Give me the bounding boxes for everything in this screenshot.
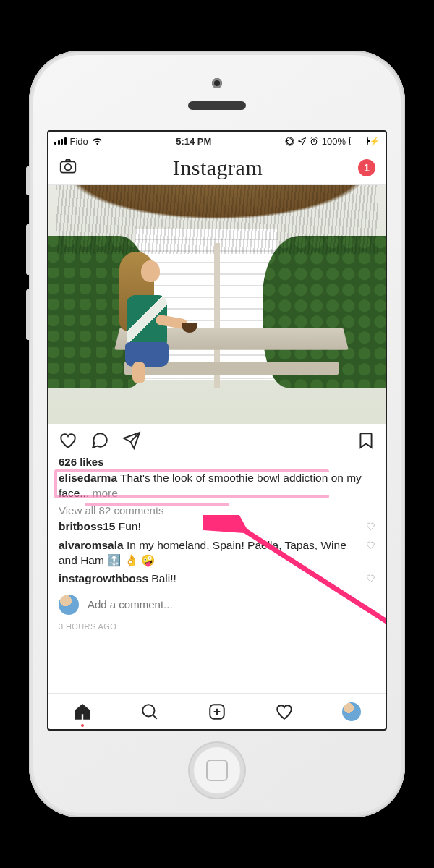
home-dot-icon — [81, 724, 84, 727]
timestamp: 3 HOURS AGO — [48, 618, 386, 638]
svg-point-3 — [65, 163, 72, 170]
comment-row[interactable]: instagrowthboss Bali!! — [48, 570, 386, 589]
tab-activity[interactable] — [275, 702, 294, 721]
post-actions — [48, 424, 386, 456]
battery-icon: ⚡ — [349, 137, 380, 146]
tab-bar — [48, 693, 386, 729]
comment-row[interactable]: alvaromsala In my homeland, Spain! Paell… — [48, 537, 386, 570]
caption[interactable]: elisedarma That's the look of smoothie b… — [48, 468, 386, 503]
svg-rect-2 — [61, 161, 76, 172]
comment-user[interactable]: instagrowthboss — [59, 572, 148, 584]
wifi-icon — [92, 137, 103, 145]
likes-count[interactable]: 626 likes — [48, 456, 386, 468]
comment-text: Bali!! — [151, 572, 176, 584]
carrier-label: Fido — [70, 136, 88, 147]
comment-row[interactable]: britboss15 Fun! — [48, 518, 386, 537]
like-icon[interactable] — [59, 431, 77, 453]
status-bar: Fido 5:14 PM 100% ⚡ — [48, 132, 386, 150]
comment-like-icon[interactable] — [366, 571, 375, 587]
more-link[interactable]: more — [93, 487, 118, 499]
comment-user[interactable]: alvaromsala — [59, 539, 124, 551]
volume-down-button — [26, 289, 30, 340]
comment-like-icon[interactable] — [366, 519, 375, 535]
add-comment-input[interactable] — [88, 598, 375, 610]
add-comment-row[interactable] — [48, 589, 386, 618]
location-icon — [298, 137, 306, 145]
comment-icon[interactable] — [90, 431, 109, 453]
tab-home[interactable] — [73, 702, 92, 721]
side-button — [26, 166, 30, 195]
dm-badge[interactable]: 1 — [358, 159, 375, 176]
speaker — [188, 101, 246, 110]
avatar — [59, 595, 79, 615]
instagram-logo: Instagram — [173, 156, 263, 180]
app-header: Instagram 1 — [48, 150, 386, 185]
svg-point-4 — [142, 705, 154, 716]
save-icon[interactable] — [357, 431, 375, 453]
front-camera — [212, 78, 222, 88]
clock: 5:14 PM — [176, 136, 211, 147]
camera-icon[interactable] — [59, 157, 77, 179]
volume-up-button — [26, 224, 30, 275]
phone-frame: Fido 5:14 PM 100% ⚡ Instagram 1 — [29, 51, 405, 817]
comment-like-icon[interactable] — [366, 538, 375, 554]
caption-author[interactable]: elisedarma — [59, 472, 117, 484]
rotation-lock-icon — [285, 137, 294, 146]
comment-user[interactable]: britboss15 — [59, 520, 115, 532]
screen: Fido 5:14 PM 100% ⚡ Instagram 1 — [47, 130, 387, 731]
share-icon[interactable] — [122, 431, 141, 453]
battery-pct: 100% — [322, 136, 346, 147]
tab-search[interactable] — [140, 702, 159, 721]
signal-icon — [54, 137, 67, 145]
tab-profile[interactable] — [342, 702, 361, 721]
alarm-icon — [310, 137, 318, 145]
avatar — [342, 702, 361, 721]
tab-new-post[interactable] — [208, 702, 226, 721]
comment-text: Fun! — [119, 520, 141, 532]
view-all-comments[interactable]: View all 82 comments — [48, 503, 386, 518]
post-image[interactable] — [48, 185, 386, 424]
home-button[interactable] — [188, 741, 246, 799]
